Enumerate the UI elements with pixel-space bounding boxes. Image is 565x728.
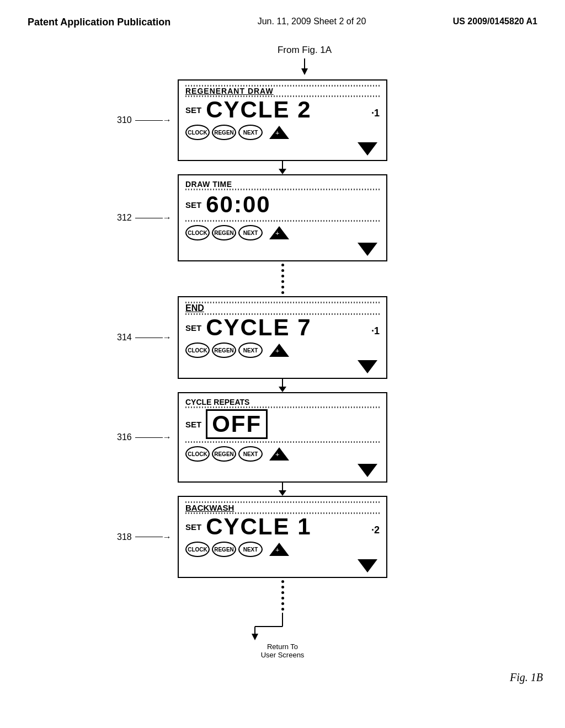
down-triangle-310[interactable] (358, 142, 377, 156)
buttons-row-318: CLOCK REGEN NEXT + (185, 542, 380, 557)
ref-318: 318 → (117, 532, 172, 542)
ref-row-314: 314 → END SET CYCLE 7 ·1 CLOCK (178, 296, 387, 379)
date-sheet-label: Jun. 11, 2009 Sheet 2 of 20 (258, 17, 366, 26)
panel-312: DRAW TIME SET 60:00 CLOCK REGEN NEXT (178, 174, 387, 261)
clock-button-314[interactable]: CLOCK (185, 342, 210, 358)
return-arrow (249, 613, 316, 640)
up-triangle-318[interactable]: + (269, 543, 289, 556)
clock-button-316[interactable]: CLOCK (185, 446, 210, 462)
panel-title-312: DRAW TIME (185, 180, 380, 190)
panel-310: REGENERANT DRAW SET CYCLE 2 ·1 CLOCK REG… (178, 79, 387, 161)
buttons-row-316: CLOCK REGEN NEXT + (185, 446, 380, 462)
panel-318: BACKWASH SET CYCLE 1 ·2 CLOCK REGEN NEXT (178, 496, 387, 578)
up-triangle-310[interactable]: + (269, 126, 289, 139)
display-row-310: SET CYCLE 2 ·1 (185, 98, 380, 121)
plus-icon-316: + (275, 451, 279, 458)
regen-button-318[interactable]: REGEN (212, 542, 236, 557)
panel-title-text-318: BACKWASH (185, 503, 380, 512)
panel-title-text-316: CYCLE REPEATS (185, 398, 380, 406)
diagram-area: From Fig. 1A 310 → REGENERANT DRAW (0, 34, 565, 681)
ref-row-310: 310 → REGENERANT DRAW SET CYCLE 2 ·1 CLO (178, 79, 387, 161)
next-button-312[interactable]: NEXT (238, 225, 263, 240)
set-label-310: SET (185, 105, 201, 115)
plus-icon-310: + (275, 129, 279, 136)
buttons-row-312: CLOCK REGEN NEXT + (185, 225, 380, 240)
page-header: Patent Application Publication Jun. 11, … (0, 0, 565, 34)
down-triangle-314[interactable] (358, 360, 377, 373)
ref-row-316: 316 → CYCLE REPEATS SET OFF CLOCK REGEN (178, 392, 387, 483)
cycle-display-318: CYCLE 1 (206, 515, 311, 538)
svg-marker-1 (301, 68, 308, 75)
regen-button-310[interactable]: REGEN (212, 125, 236, 140)
set-label-312: SET (185, 200, 201, 210)
down-triangle-318[interactable] (358, 559, 377, 572)
clock-button-318[interactable]: CLOCK (185, 542, 210, 557)
connector-314-316 (279, 379, 286, 392)
suffix-310: ·1 (371, 108, 380, 121)
patent-number-label: US 2009/0145820 A1 (453, 17, 537, 26)
cycle-display-310: CYCLE 2 (206, 98, 311, 121)
regen-button-312[interactable]: REGEN (212, 225, 236, 240)
clock-button-312[interactable]: CLOCK (185, 225, 210, 240)
ref-316: 316 → (117, 432, 172, 442)
return-section: Return To User Screens (249, 613, 316, 659)
dot2 (281, 269, 284, 272)
return-label: Return To User Screens (261, 643, 305, 659)
section-316: 316 → CYCLE REPEATS SET OFF CLOCK REGEN (178, 392, 387, 483)
display-row-314: SET CYCLE 7 ·1 (185, 316, 380, 339)
plus-icon-314: + (275, 347, 279, 354)
down-triangle-312[interactable] (358, 243, 377, 256)
next-button-310[interactable]: NEXT (238, 125, 263, 140)
panel-title-text-310: REGENERANT DRAW (185, 87, 380, 95)
dot-r2 (281, 586, 284, 588)
plus-icon-318: + (275, 546, 279, 553)
display-row-318: SET CYCLE 1 ·2 (185, 515, 380, 538)
down-triangle-row-312 (185, 243, 377, 256)
panel-title-text-314: END (185, 303, 380, 313)
plus-icon-312: + (275, 229, 279, 237)
flow-diagram: 310 → REGENERANT DRAW SET CYCLE 2 ·1 CLO (44, 79, 521, 659)
off-display-316: OFF (206, 409, 268, 439)
dot-r4 (281, 597, 284, 599)
ref-310: 310 → (117, 115, 172, 125)
triangle-container-312: + (269, 226, 289, 239)
next-button-314[interactable]: NEXT (238, 342, 263, 358)
return-text: Return To User Screens (261, 643, 305, 659)
dots-312-314 (281, 261, 284, 296)
regen-button-316[interactable]: REGEN (212, 446, 236, 462)
down-triangle-316[interactable] (358, 464, 377, 477)
buttons-row-310: CLOCK REGEN NEXT + (185, 125, 380, 140)
down-triangle-row-314 (185, 360, 377, 373)
dot3 (281, 275, 284, 277)
section-318: 318 → BACKWASH SET CYCLE 1 ·2 CLOCK (178, 496, 387, 578)
up-triangle-316[interactable]: + (269, 447, 289, 461)
clock-button-310[interactable]: CLOCK (185, 125, 210, 140)
set-label-316: SET (185, 420, 201, 429)
display-row-316: SET OFF (185, 409, 380, 439)
publication-label: Patent Application Publication (28, 17, 170, 28)
svg-marker-5 (252, 634, 258, 640)
time-display-312: 60:00 (206, 191, 270, 218)
dot1 (281, 264, 284, 266)
from-fig-label: From Fig. 1A (88, 45, 521, 56)
cycle-display-314: CYCLE 7 (206, 316, 311, 339)
panel-title-318: BACKWASH (185, 501, 380, 514)
regen-button-314[interactable]: REGEN (212, 342, 236, 358)
next-button-318[interactable]: NEXT (238, 542, 263, 557)
panel-314: END SET CYCLE 7 ·1 CLOCK REGEN NEXT (178, 296, 387, 379)
down-triangle-row-316 (185, 464, 377, 477)
next-button-316[interactable]: NEXT (238, 446, 263, 462)
dot-r6 (281, 608, 284, 611)
top-arrow (88, 58, 521, 75)
section-310: 310 → REGENERANT DRAW SET CYCLE 2 ·1 CLO (178, 79, 387, 161)
panel-316: CYCLE REPEATS SET OFF CLOCK REGEN NEXT (178, 392, 387, 483)
connector-316-318 (279, 483, 286, 496)
connector-310-312 (279, 161, 286, 174)
dot-r1 (281, 580, 284, 583)
set-label-314: SET (185, 323, 201, 333)
panel-title-314: END (185, 302, 380, 315)
fig-label: Fig. 1B (510, 671, 543, 684)
up-triangle-312[interactable]: + (269, 226, 289, 239)
set-label-318: SET (185, 522, 201, 532)
up-triangle-314[interactable]: + (269, 344, 289, 357)
